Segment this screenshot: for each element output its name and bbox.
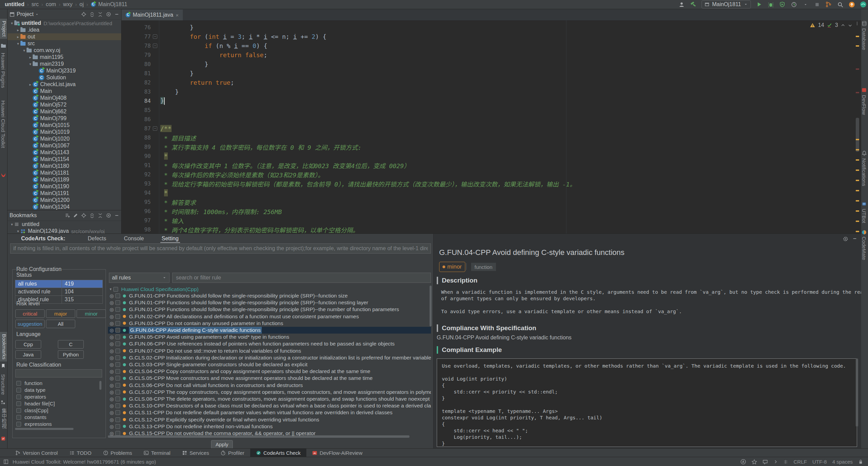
tree-item-main2319[interactable]: ▾main2319 xyxy=(7,61,121,67)
tree-item-mainoj1200[interactable]: CMainOj1200 xyxy=(7,197,121,204)
rule-row[interactable]: ◎G.CLS.12-CPP Explicitly specify overrid… xyxy=(108,416,431,423)
bookmarks-panel-title[interactable]: Bookmarks xyxy=(10,212,37,219)
tree-item-mainoj2319[interactable]: CMainOj2319 xyxy=(7,67,121,74)
detail-scrollbar-thumb[interactable] xyxy=(856,358,858,427)
stripe-mark[interactable] xyxy=(856,231,859,232)
tree-item-out[interactable]: ▸out xyxy=(7,33,121,40)
search-everywhere-icon[interactable] xyxy=(837,1,843,8)
caret-position-icon[interactable] xyxy=(783,460,788,464)
toolwindow-terminal[interactable]: Terminal xyxy=(138,449,176,457)
rule-row[interactable]: ◎G.CLS.06-CPP Do not call virtual functi… xyxy=(108,382,431,389)
risk-button-critical[interactable]: critical xyxy=(15,309,45,318)
tree-item-solution[interactable]: CSolution xyxy=(7,74,121,81)
project-panel-title[interactable]: Project xyxy=(17,11,34,17)
huawei-cloud-icon[interactable] xyxy=(860,1,867,8)
tool-strip-huawei-cloud-toolkit[interactable]: Huawei Cloud Toolkit xyxy=(0,100,6,148)
tab-defects[interactable]: Defects xyxy=(88,234,106,243)
tree-item-mainoj1191[interactable]: CMainOj1191 xyxy=(7,190,121,197)
tool-strip-devflow[interactable]: DevFlow xyxy=(861,95,867,115)
risk-button-minor[interactable]: minor xyxy=(77,309,106,318)
eye-icon[interactable]: ◎ xyxy=(108,383,115,388)
toolwindow-problems[interactable]: Problems xyxy=(97,449,138,457)
classification-input[interactable] xyxy=(15,369,102,377)
inspections-widget[interactable]: 14 3 xyxy=(810,22,852,28)
collapse-all-icon[interactable] xyxy=(98,213,103,218)
tree-item-mainoj1019[interactable]: CMainOj1019 xyxy=(7,129,121,135)
status-row-activated-rule[interactable]: activated rule104 xyxy=(15,288,102,296)
git-update-icon[interactable] xyxy=(825,1,832,8)
breadcrumb-item[interactable]: com xyxy=(46,1,56,7)
tree-item--idea[interactable]: ▸.idea xyxy=(7,27,121,33)
tree-toggle-icon[interactable]: ▸ xyxy=(28,82,33,87)
stripe-mark[interactable] xyxy=(856,36,859,37)
tree-item-src[interactable]: ▾src xyxy=(7,40,121,47)
tree-item-mainoj1204[interactable]: CMainOj1204 xyxy=(7,204,121,210)
line-separator-indicator[interactable]: CRLF xyxy=(793,459,807,465)
checkbox[interactable] xyxy=(16,388,21,392)
checkbox[interactable] xyxy=(16,401,21,406)
toolwindow-version-control[interactable]: Version Control xyxy=(10,449,64,457)
build-hammer-icon[interactable] xyxy=(690,1,697,8)
rule-checkbox[interactable] xyxy=(115,349,120,353)
tree-item-mainoj1249-java[interactable]: ▾MainOj1249.javasrc/com/wxy/oj xyxy=(7,228,121,234)
tree-toggle-icon[interactable]: ▾ xyxy=(16,229,20,234)
tree-toggle-icon[interactable]: ▾ xyxy=(28,62,33,66)
risk-button-all[interactable]: All xyxy=(46,320,75,328)
toolwindow-services[interactable]: Services xyxy=(176,449,215,457)
eye-icon[interactable]: ◎ xyxy=(108,334,115,340)
rule-checkbox[interactable] xyxy=(115,341,120,346)
rule-row[interactable]: ◎G.CLS.05-CPP Move constructors and move… xyxy=(108,375,431,382)
toolwindow-todo[interactable]: TODO xyxy=(64,449,97,457)
classification-item-operators[interactable]: operators xyxy=(16,394,46,400)
user-icon[interactable] xyxy=(678,1,685,8)
eye-icon[interactable]: ◎ xyxy=(108,396,115,402)
settings-gear-icon[interactable] xyxy=(843,236,848,242)
editor-tab[interactable]: C MainOj1811.java × xyxy=(122,10,183,20)
tree-item-untitled[interactable]: ▾untitledD:\workspace\Practise\untitled xyxy=(7,20,121,27)
rule-checkbox[interactable] xyxy=(115,328,120,333)
tree-item-mainoj1154[interactable]: CMainOj1154 xyxy=(7,156,121,163)
encoding-indicator[interactable]: UTF-8 xyxy=(812,459,827,465)
chevron-right-icon[interactable] xyxy=(773,460,778,464)
risk-button-suggestion[interactable]: suggestion xyxy=(15,320,45,328)
rule-checkbox[interactable] xyxy=(115,383,120,388)
tool-strip-structure[interactable]: Structure xyxy=(0,374,6,395)
chevron-down-icon[interactable] xyxy=(802,1,809,8)
tool-strip-codemate[interactable]: CodeMate xyxy=(861,237,867,260)
rule-checkbox[interactable] xyxy=(115,321,120,326)
rule-row[interactable]: ◎G.FUN.01-CPP Functions should follow th… xyxy=(108,292,431,299)
language-button-python[interactable]: Python xyxy=(58,350,84,359)
eye-icon[interactable]: ◎ xyxy=(108,321,115,326)
rule-row[interactable]: ◎G.FUN.01-CPP Functions should follow th… xyxy=(108,299,431,306)
stripe-mark[interactable] xyxy=(856,68,859,70)
locate-file-icon[interactable] xyxy=(81,213,86,218)
status-row-all-rules[interactable]: all rules419 xyxy=(15,280,102,288)
hide-panel-icon[interactable] xyxy=(852,236,857,241)
fold-marker-icon[interactable]: − xyxy=(153,34,157,39)
rule-row[interactable]: ◎G.CLS.15-CPP Do not overload the comma … xyxy=(108,430,431,437)
tool-strip-database[interactable]: Database xyxy=(861,28,867,50)
eye-icon[interactable]: ◎ xyxy=(108,424,115,429)
tree-item-mainoj408[interactable]: CMainOj408 xyxy=(7,95,121,101)
eye-icon[interactable]: ◎ xyxy=(108,355,115,360)
tree-item-mainoj662[interactable]: CMainOj662 xyxy=(7,108,121,115)
eye-icon[interactable]: ◎ xyxy=(108,431,115,436)
rule-row[interactable]: ◎G.CLS.07-CPP The copy constructors, cop… xyxy=(108,389,431,396)
breadcrumb-item[interactable]: MainOj1811 xyxy=(98,1,127,7)
run-icon[interactable] xyxy=(756,1,762,8)
rule-row[interactable]: ◎G.FUN.04-CPP Avoid defining C-style var… xyxy=(108,327,431,334)
feedback-balloon-icon[interactable] xyxy=(762,459,768,465)
eye-icon[interactable]: ◎ xyxy=(108,369,115,374)
rule-checkbox[interactable] xyxy=(115,335,120,339)
tree-toggle-icon[interactable]: ▾ xyxy=(10,21,14,26)
stripe-mark[interactable] xyxy=(856,221,859,222)
rules-filter-dropdown[interactable]: all rules xyxy=(109,273,170,283)
rule-row[interactable]: ◎G.CLS.13-CPP Do not redefine inherited … xyxy=(108,423,431,430)
checkbox[interactable] xyxy=(16,422,21,427)
checkbox[interactable] xyxy=(16,408,21,413)
rule-row[interactable]: ◎G.CLS.03-CPP Single-parameter construct… xyxy=(108,361,431,368)
rule-row[interactable]: ◎G.FUN.05-CPP Avoid using parameters of … xyxy=(108,334,431,340)
collapse-all-icon[interactable] xyxy=(98,12,103,17)
tool-strip-utbot[interactable]: UTBot xyxy=(861,209,867,223)
eye-icon[interactable]: ◎ xyxy=(108,403,115,408)
